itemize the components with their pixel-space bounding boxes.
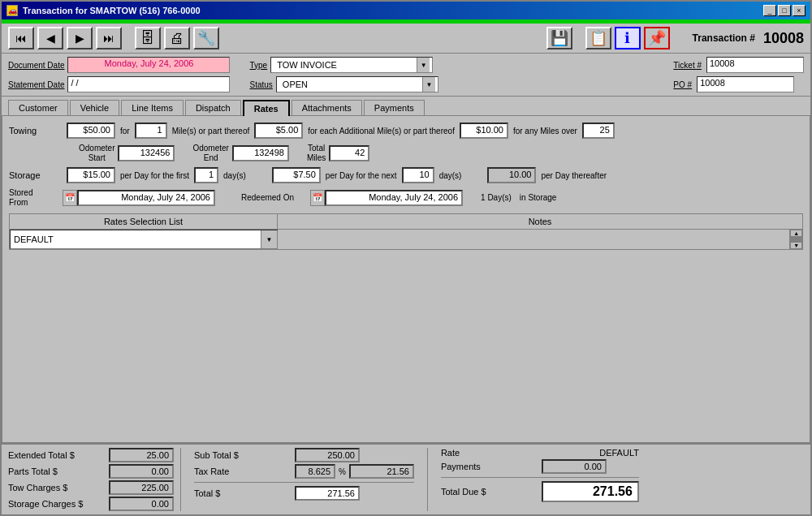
minimize-button[interactable]: _ bbox=[763, 5, 776, 16]
status-value: OPEN bbox=[279, 78, 311, 91]
odometer-start-field[interactable]: 132456 bbox=[118, 145, 175, 161]
status-dropdown[interactable]: OPEN ▼ bbox=[276, 76, 438, 92]
clipboard-button[interactable]: 📋 bbox=[585, 27, 611, 49]
type-dropdown[interactable]: TOW INVOICE ▼ bbox=[270, 57, 433, 73]
status-label: Status bbox=[249, 80, 272, 89]
total-miles-label2: Miles bbox=[307, 153, 326, 162]
stored-from-row: Stored From 📅 Monday, July 24, 2006 Rede… bbox=[9, 188, 803, 207]
maximize-button[interactable]: □ bbox=[778, 5, 791, 16]
storage-rate3-field[interactable]: 10.00 bbox=[487, 167, 536, 183]
payments-label: Payments bbox=[441, 462, 538, 471]
notes-scroll-down-button[interactable]: ▼ bbox=[790, 242, 802, 249]
storage-charges-label: Storage Charges $ bbox=[8, 499, 106, 509]
notes-scroll-up-button[interactable]: ▲ bbox=[790, 230, 802, 237]
redeemed-on-date-field[interactable]: Monday, July 24, 2006 bbox=[325, 190, 463, 206]
save-button[interactable]: 💾 bbox=[546, 27, 572, 49]
towing-miles-field[interactable]: 1 bbox=[135, 123, 167, 139]
tax-rate-label: Tax Rate bbox=[194, 467, 292, 476]
extended-total-row: Extended Total $ 25.00 bbox=[8, 448, 174, 462]
extended-total-label: Extended Total $ bbox=[8, 450, 106, 460]
total-miles-field[interactable]: 42 bbox=[329, 145, 369, 161]
prev-record-button[interactable]: ◀ bbox=[37, 27, 63, 49]
status-arrow-icon[interactable]: ▼ bbox=[422, 77, 435, 92]
footer-col3: Rate DEFAULT Payments 0.00 Total Due $ 2… bbox=[441, 448, 639, 511]
parts-total-row: Parts Total $ 0.00 bbox=[8, 464, 174, 479]
towing-amount-field[interactable]: $50.00 bbox=[67, 123, 115, 139]
total-label: Total $ bbox=[194, 488, 292, 498]
document-date-label: Document Date bbox=[8, 61, 64, 70]
stored-from-label: Stored bbox=[9, 188, 58, 197]
storage-row: Storage $15.00 per Day for the first 1 d… bbox=[9, 167, 803, 183]
statement-date-label: Statement Date bbox=[8, 80, 64, 89]
stored-from-date-field[interactable]: Monday, July 24, 2006 bbox=[77, 190, 215, 206]
last-record-button[interactable]: ⏭ bbox=[96, 27, 122, 49]
rate-value: DEFAULT bbox=[599, 448, 639, 458]
selection-dropdown[interactable]: DEFAULT ▼ bbox=[10, 230, 278, 249]
transaction-label: Transaction # bbox=[693, 32, 755, 44]
selection-dropdown-arrow-icon[interactable]: ▼ bbox=[261, 230, 277, 248]
towing-any-field[interactable]: $10.00 bbox=[460, 123, 508, 139]
storage-days2-field[interactable]: 10 bbox=[402, 167, 434, 183]
footer-sep bbox=[194, 482, 414, 483]
tools-button[interactable]: 🔧 bbox=[193, 27, 219, 49]
footer-sep2 bbox=[441, 477, 639, 478]
first-record-button[interactable]: ⏮ bbox=[8, 27, 34, 49]
tab-rates[interactable]: Rates bbox=[243, 100, 290, 116]
database-button[interactable]: 🗄 bbox=[135, 27, 161, 49]
po-field[interactable]: 10008 bbox=[697, 76, 794, 92]
title-bar: 🚗 Transaction for SMARTOW (516) 766-0000… bbox=[2, 2, 810, 19]
tab-dispatch[interactable]: Dispatch bbox=[185, 100, 241, 116]
stored-from-cal-button[interactable]: 📅 bbox=[63, 190, 77, 206]
storage-days1-text: day(s) bbox=[223, 171, 246, 180]
storage-per-day-text: per Day for the first bbox=[120, 171, 189, 180]
total-miles-label: Total bbox=[308, 144, 325, 153]
print-button[interactable]: 🖨 bbox=[164, 27, 190, 49]
footer-divider2 bbox=[427, 448, 428, 511]
ticket-field[interactable]: 10008 bbox=[706, 57, 804, 73]
document-date-row: Document Date Monday, July 24, 2006 bbox=[8, 57, 230, 73]
redeemed-on-cal-button[interactable]: 📅 bbox=[310, 190, 325, 206]
stored-from-date-group: 📅 Monday, July 24, 2006 bbox=[63, 190, 215, 206]
ticket-label: Ticket # bbox=[673, 61, 702, 70]
storage-days2-text: day(s) bbox=[439, 171, 462, 180]
add-button[interactable]: 📌 bbox=[644, 27, 670, 49]
towing-each-field[interactable]: $5.00 bbox=[254, 123, 303, 139]
in-storage-text: in Storage bbox=[520, 193, 557, 202]
towing-miles-over-field[interactable]: 25 bbox=[582, 123, 615, 139]
tab-vehicle[interactable]: Vehicle bbox=[70, 100, 119, 116]
total-value: 271.56 bbox=[295, 486, 360, 501]
storage-rate-field[interactable]: $15.00 bbox=[67, 167, 115, 183]
tax-rate-row: Tax Rate 8.625 % 21.56 bbox=[194, 464, 414, 479]
info-button[interactable]: ℹ bbox=[615, 27, 641, 49]
total-row: Total $ 271.56 bbox=[194, 486, 414, 501]
tab-attachments[interactable]: Attachments bbox=[292, 100, 362, 116]
tax-amount-value: 21.56 bbox=[349, 464, 414, 479]
tow-charges-value: 225.00 bbox=[109, 480, 174, 495]
tab-customer[interactable]: Customer bbox=[8, 100, 68, 116]
next-record-button[interactable]: ▶ bbox=[67, 27, 93, 49]
notes-textarea[interactable] bbox=[278, 230, 789, 249]
type-arrow-icon[interactable]: ▼ bbox=[417, 58, 430, 72]
storage-days1-field[interactable]: 1 bbox=[194, 167, 218, 183]
close-button[interactable]: × bbox=[793, 5, 806, 16]
total-due-label: Total Due $ bbox=[441, 487, 538, 497]
extended-total-value: 25.00 bbox=[109, 448, 174, 462]
footer-divider1 bbox=[180, 448, 181, 511]
odometer-row: Odometer Start 132456 Odometer End 13249… bbox=[9, 144, 803, 162]
parts-total-value: 0.00 bbox=[109, 464, 174, 479]
tab-line-items[interactable]: Line Items bbox=[121, 100, 184, 116]
transaction-info: Transaction # 10008 bbox=[693, 30, 804, 47]
document-date-field[interactable]: Monday, July 24, 2006 bbox=[67, 57, 230, 73]
tab-payments[interactable]: Payments bbox=[364, 100, 425, 116]
statement-date-field[interactable]: / / bbox=[67, 76, 230, 92]
total-due-row: Total Due $ 271.56 bbox=[441, 481, 639, 502]
selection-notes-area: Rates Selection List DEFAULT ▼ Notes ▲ ▼ bbox=[9, 213, 803, 250]
storage-per-day-text3: per Day thereafter bbox=[541, 171, 607, 180]
storage-rate2-field[interactable]: $7.50 bbox=[272, 167, 321, 183]
odometer-end-field[interactable]: 132498 bbox=[232, 145, 289, 161]
rate-row: Rate DEFAULT bbox=[441, 448, 639, 458]
tow-charges-row: Tow Charges $ 225.00 bbox=[8, 480, 174, 495]
type-label: Type bbox=[249, 61, 267, 70]
tax-rate-field[interactable]: 8.625 bbox=[295, 464, 335, 479]
subtotal-label: Sub Total $ bbox=[194, 450, 292, 460]
